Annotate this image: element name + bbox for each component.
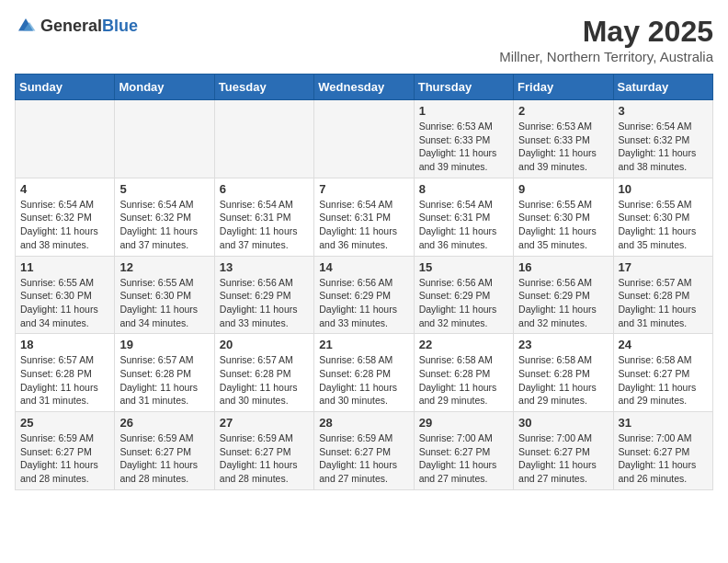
calendar-cell — [214, 100, 313, 178]
day-info: Sunrise: 6:55 AM Sunset: 6:30 PM Dayligh… — [518, 198, 608, 252]
day-number: 24 — [619, 338, 708, 351]
calendar-cell — [314, 100, 414, 178]
calendar-cell: 19Sunrise: 6:57 AM Sunset: 6:28 PM Dayli… — [115, 334, 214, 412]
column-header-monday: Monday — [115, 75, 214, 100]
calendar-cell: 27Sunrise: 6:59 AM Sunset: 6:27 PM Dayli… — [214, 412, 313, 490]
calendar-cell: 1Sunrise: 6:53 AM Sunset: 6:33 PM Daylig… — [414, 100, 513, 178]
day-number: 1 — [419, 104, 508, 118]
day-info: Sunrise: 6:57 AM Sunset: 6:28 PM Dayligh… — [220, 353, 309, 408]
day-info: Sunrise: 6:58 AM Sunset: 6:28 PM Dayligh… — [518, 353, 608, 408]
day-info: Sunrise: 7:00 AM Sunset: 6:27 PM Dayligh… — [518, 431, 608, 486]
day-info: Sunrise: 6:54 AM Sunset: 6:32 PM Dayligh… — [20, 198, 109, 252]
day-number: 19 — [119, 338, 209, 351]
day-number: 9 — [518, 182, 608, 196]
calendar-cell: 6Sunrise: 6:54 AM Sunset: 6:31 PM Daylig… — [214, 178, 313, 256]
day-info: Sunrise: 6:55 AM Sunset: 6:30 PM Dayligh… — [119, 276, 209, 330]
calendar-cell: 26Sunrise: 6:59 AM Sunset: 6:27 PM Dayli… — [115, 412, 214, 490]
day-number: 26 — [119, 416, 209, 430]
day-number: 6 — [220, 182, 309, 196]
day-info: Sunrise: 6:57 AM Sunset: 6:28 PM Dayligh… — [619, 276, 708, 330]
day-number: 16 — [518, 260, 608, 274]
day-number: 30 — [518, 416, 608, 430]
day-info: Sunrise: 6:54 AM Sunset: 6:31 PM Dayligh… — [419, 198, 508, 252]
day-info: Sunrise: 6:56 AM Sunset: 6:29 PM Dayligh… — [319, 276, 408, 330]
logo-general: General — [40, 17, 102, 35]
calendar-cell: 21Sunrise: 6:58 AM Sunset: 6:28 PM Dayli… — [314, 334, 414, 412]
day-info: Sunrise: 6:54 AM Sunset: 6:31 PM Dayligh… — [220, 198, 309, 252]
day-number: 8 — [419, 182, 508, 196]
calendar-cell: 8Sunrise: 6:54 AM Sunset: 6:31 PM Daylig… — [414, 178, 513, 256]
day-number: 13 — [220, 260, 309, 274]
day-info: Sunrise: 7:00 AM Sunset: 6:27 PM Dayligh… — [619, 431, 708, 486]
day-info: Sunrise: 6:58 AM Sunset: 6:27 PM Dayligh… — [619, 353, 708, 408]
column-header-tuesday: Tuesday — [214, 75, 313, 100]
day-info: Sunrise: 6:56 AM Sunset: 6:29 PM Dayligh… — [220, 276, 309, 330]
day-number: 28 — [319, 416, 408, 430]
calendar-cell: 22Sunrise: 6:58 AM Sunset: 6:28 PM Dayli… — [414, 334, 513, 412]
calendar-header: SundayMondayTuesdayWednesdayThursdayFrid… — [16, 75, 713, 100]
day-info: Sunrise: 6:58 AM Sunset: 6:28 PM Dayligh… — [419, 353, 508, 408]
day-info: Sunrise: 6:59 AM Sunset: 6:27 PM Dayligh… — [119, 431, 209, 486]
calendar-row: 1Sunrise: 6:53 AM Sunset: 6:33 PM Daylig… — [16, 100, 713, 178]
day-number: 17 — [619, 260, 708, 274]
page-header: GeneralBlue May 2025 Millner, Northern T… — [15, 15, 713, 64]
calendar-cell: 28Sunrise: 6:59 AM Sunset: 6:27 PM Dayli… — [314, 412, 414, 490]
day-number: 29 — [419, 416, 508, 430]
day-info: Sunrise: 6:53 AM Sunset: 6:33 PM Dayligh… — [518, 120, 608, 174]
day-number: 25 — [20, 416, 109, 430]
calendar-cell: 13Sunrise: 6:56 AM Sunset: 6:29 PM Dayli… — [214, 256, 313, 334]
calendar-row: 4Sunrise: 6:54 AM Sunset: 6:32 PM Daylig… — [16, 178, 713, 256]
calendar-cell: 31Sunrise: 7:00 AM Sunset: 6:27 PM Dayli… — [613, 412, 712, 490]
calendar-table: SundayMondayTuesdayWednesdayThursdayFrid… — [15, 74, 713, 490]
day-info: Sunrise: 6:56 AM Sunset: 6:29 PM Dayligh… — [419, 276, 508, 330]
title-block: May 2025 Millner, Northern Territory, Au… — [499, 15, 713, 64]
day-number: 4 — [20, 182, 109, 196]
day-info: Sunrise: 6:58 AM Sunset: 6:28 PM Dayligh… — [319, 353, 408, 408]
day-number: 31 — [619, 416, 708, 430]
day-info: Sunrise: 6:59 AM Sunset: 6:27 PM Dayligh… — [319, 431, 408, 486]
calendar-cell: 2Sunrise: 6:53 AM Sunset: 6:33 PM Daylig… — [514, 100, 613, 178]
day-info: Sunrise: 6:57 AM Sunset: 6:28 PM Dayligh… — [119, 353, 209, 408]
day-number: 23 — [518, 338, 608, 351]
main-title: May 2025 — [499, 15, 713, 49]
calendar-cell: 16Sunrise: 6:56 AM Sunset: 6:29 PM Dayli… — [514, 256, 613, 334]
day-number: 27 — [220, 416, 309, 430]
calendar-cell: 12Sunrise: 6:55 AM Sunset: 6:30 PM Dayli… — [115, 256, 214, 334]
calendar-body: 1Sunrise: 6:53 AM Sunset: 6:33 PM Daylig… — [16, 100, 713, 490]
day-info: Sunrise: 6:54 AM Sunset: 6:32 PM Dayligh… — [619, 120, 708, 174]
calendar-cell — [115, 100, 214, 178]
calendar-cell: 15Sunrise: 6:56 AM Sunset: 6:29 PM Dayli… — [414, 256, 513, 334]
calendar-cell: 7Sunrise: 6:54 AM Sunset: 6:31 PM Daylig… — [314, 178, 414, 256]
calendar-cell: 23Sunrise: 6:58 AM Sunset: 6:28 PM Dayli… — [514, 334, 613, 412]
calendar-cell: 11Sunrise: 6:55 AM Sunset: 6:30 PM Dayli… — [16, 256, 115, 334]
calendar-row: 18Sunrise: 6:57 AM Sunset: 6:28 PM Dayli… — [16, 334, 713, 412]
calendar-cell: 4Sunrise: 6:54 AM Sunset: 6:32 PM Daylig… — [16, 178, 115, 256]
column-header-thursday: Thursday — [414, 75, 513, 100]
calendar-cell: 20Sunrise: 6:57 AM Sunset: 6:28 PM Dayli… — [214, 334, 313, 412]
day-number: 5 — [119, 182, 209, 196]
day-info: Sunrise: 7:00 AM Sunset: 6:27 PM Dayligh… — [419, 431, 508, 486]
day-number: 20 — [220, 338, 309, 351]
day-number: 22 — [419, 338, 508, 351]
column-header-sunday: Sunday — [16, 75, 115, 100]
day-number: 14 — [319, 260, 408, 274]
day-number: 7 — [319, 182, 408, 196]
column-header-friday: Friday — [514, 75, 613, 100]
day-number: 2 — [518, 104, 608, 118]
day-info: Sunrise: 6:54 AM Sunset: 6:32 PM Dayligh… — [119, 198, 209, 252]
column-header-wednesday: Wednesday — [314, 75, 414, 100]
calendar-cell: 25Sunrise: 6:59 AM Sunset: 6:27 PM Dayli… — [16, 412, 115, 490]
day-number: 10 — [619, 182, 708, 196]
day-info: Sunrise: 6:57 AM Sunset: 6:28 PM Dayligh… — [20, 353, 109, 408]
logo-icon — [15, 15, 37, 37]
calendar-cell: 5Sunrise: 6:54 AM Sunset: 6:32 PM Daylig… — [115, 178, 214, 256]
day-number: 18 — [20, 338, 109, 351]
calendar-row: 25Sunrise: 6:59 AM Sunset: 6:27 PM Dayli… — [16, 412, 713, 490]
calendar-cell: 10Sunrise: 6:55 AM Sunset: 6:30 PM Dayli… — [613, 178, 712, 256]
header-row: SundayMondayTuesdayWednesdayThursdayFrid… — [16, 75, 713, 100]
day-number: 15 — [419, 260, 508, 274]
day-info: Sunrise: 6:54 AM Sunset: 6:31 PM Dayligh… — [319, 198, 408, 252]
calendar-cell: 24Sunrise: 6:58 AM Sunset: 6:27 PM Dayli… — [613, 334, 712, 412]
logo-blue: Blue — [102, 17, 138, 35]
calendar-cell: 14Sunrise: 6:56 AM Sunset: 6:29 PM Dayli… — [314, 256, 414, 334]
